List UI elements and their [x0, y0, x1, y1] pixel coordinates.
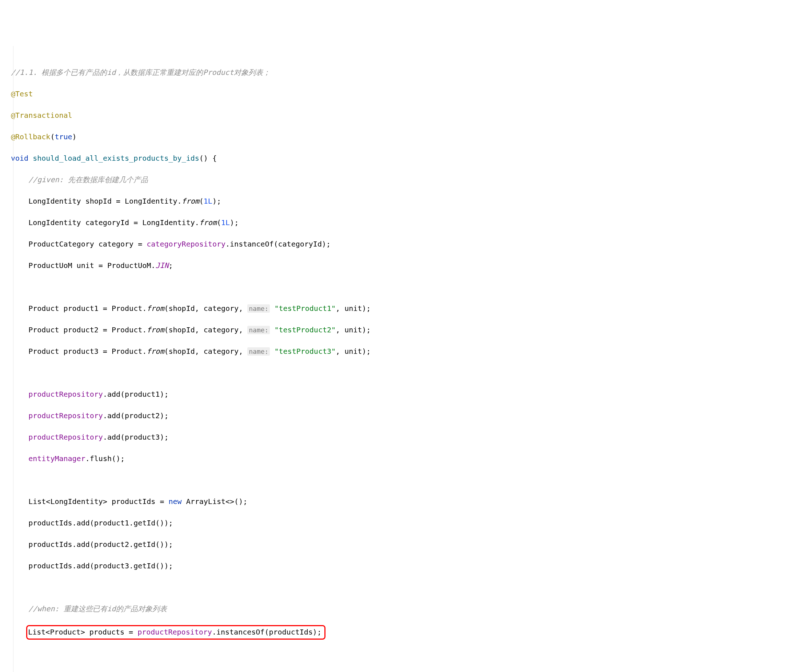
- annotation-test: @Test: [11, 89, 33, 98]
- code-text: , unit);: [336, 326, 371, 334]
- field-productRepository: productRepository: [137, 628, 212, 636]
- code-text: .add(product3);: [103, 433, 169, 441]
- code-line[interactable]: Product product1 = Product.from(shopId, …: [11, 303, 787, 314]
- code-text: List<LongIdentity> productIds =: [28, 497, 168, 506]
- code-line[interactable]: productIds.add(product3.getId());: [11, 561, 787, 572]
- code-text: LongIdentity categoryId = LongIdentity.: [28, 218, 199, 227]
- code-line[interactable]: LongIdentity categoryId = LongIdentity.f…: [11, 217, 787, 228]
- code-line[interactable]: //1.1. 根据多个已有产品的id，从数据库正常重建对应的Product对象列…: [11, 67, 787, 78]
- code-text: ProductCategory category =: [28, 240, 147, 248]
- code-line[interactable]: List<LongIdentity> productIds = new Arra…: [11, 496, 787, 507]
- field-entityManager: entityManager: [28, 454, 85, 463]
- paren: (: [217, 218, 221, 227]
- fold-gutter-line: [13, 46, 13, 672]
- code-line[interactable]: ProductUoM unit = ProductUoM.JIN;: [11, 260, 787, 271]
- static-method-from: from: [147, 326, 164, 334]
- comment-when: //when: 重建这些已有id的产品对象列表: [28, 604, 167, 613]
- code-text: Product product2 = Product.: [28, 326, 147, 334]
- method-name: should_load_all_exists_products_by_ids: [33, 154, 199, 163]
- paren: (: [50, 132, 55, 141]
- comment-text: //1.1. 根据多个已有产品的id，从数据库正常重建对应的Product对象列…: [11, 68, 270, 77]
- code-line[interactable]: //when: 重建这些已有id的产品对象列表: [11, 604, 787, 615]
- code-text: productIds.add(product2.getId());: [28, 540, 173, 549]
- code-line[interactable]: List<Product> products = productReposito…: [11, 625, 787, 640]
- code-line[interactable]: productRepository.add(product3);: [11, 432, 787, 443]
- static-method-from: from: [199, 218, 217, 227]
- param-hint-name: name:: [247, 347, 270, 356]
- paren: ): [73, 132, 77, 141]
- field-productRepository: productRepository: [28, 411, 103, 420]
- blank-line[interactable]: [11, 282, 787, 293]
- paren: (: [199, 197, 204, 206]
- blank-line[interactable]: [11, 368, 787, 378]
- param-hint-name: name:: [247, 326, 270, 334]
- code-line[interactable]: void should_load_all_exists_products_by_…: [11, 153, 787, 164]
- highlighted-code-box: List<Product> products = productReposito…: [26, 625, 326, 640]
- code-text: productIds.add(product1.getId());: [28, 519, 173, 527]
- code-line[interactable]: ProductCategory category = categoryRepos…: [11, 239, 787, 250]
- static-method-from: from: [147, 347, 164, 356]
- code-text: .add(product2);: [103, 411, 169, 420]
- number-literal: 1L: [221, 218, 230, 227]
- code-text: .flush();: [85, 454, 125, 463]
- code-line[interactable]: Product product3 = Product.from(shopId, …: [11, 346, 787, 357]
- code-line[interactable]: @Rollback(true): [11, 132, 787, 142]
- code-line[interactable]: entityManager.flush();: [11, 454, 787, 464]
- code-text: );: [212, 197, 221, 206]
- code-editor[interactable]: //1.1. 根据多个已有产品的id，从数据库正常重建对应的Product对象列…: [0, 46, 787, 672]
- string-literal: "testProduct2": [274, 326, 336, 334]
- keyword-true: true: [55, 132, 72, 141]
- number-literal: 1L: [204, 197, 212, 206]
- code-text: (shopId, category,: [164, 304, 247, 313]
- string-literal: "testProduct1": [274, 304, 336, 313]
- code-text: ArrayList<>();: [182, 497, 248, 506]
- keyword-void: void: [11, 154, 28, 163]
- code-text: Product product3 = Product.: [28, 347, 147, 356]
- code-line[interactable]: productIds.add(product2.getId());: [11, 539, 787, 550]
- code-line[interactable]: @Test: [11, 89, 787, 100]
- code-text: Product product1 = Product.: [28, 304, 147, 313]
- code-line[interactable]: //given: 先在数据库创建几个产品: [11, 174, 787, 185]
- code-text: .add(product1);: [103, 390, 169, 398]
- code-text: List<Product> products =: [28, 628, 137, 636]
- code-text: LongIdentity shopId = LongIdentity.: [28, 197, 182, 206]
- code-text: , unit);: [336, 304, 371, 313]
- method-sig: () {: [199, 154, 217, 163]
- space: [270, 347, 274, 356]
- code-text: ProductUoM unit = ProductUoM.: [28, 261, 155, 270]
- semicolon: ;: [169, 261, 173, 270]
- code-text: , unit);: [336, 347, 371, 356]
- code-text: );: [230, 218, 239, 227]
- code-line[interactable]: Product product2 = Product.from(shopId, …: [11, 325, 787, 336]
- code-line[interactable]: @Transactional: [11, 110, 787, 121]
- code-line[interactable]: productRepository.add(product2);: [11, 411, 787, 421]
- code-text: (shopId, category,: [164, 326, 247, 334]
- param-hint-name: name:: [247, 304, 270, 313]
- code-line[interactable]: LongIdentity shopId = LongIdentity.from(…: [11, 196, 787, 207]
- field-productRepository: productRepository: [28, 390, 103, 398]
- space: [270, 326, 274, 334]
- blank-line[interactable]: [11, 582, 787, 593]
- string-literal: "testProduct3": [274, 347, 336, 356]
- blank-line[interactable]: [11, 650, 787, 661]
- keyword-new: new: [168, 497, 182, 506]
- space: [270, 304, 274, 313]
- comment-given: //given: 先在数据库创建几个产品: [28, 175, 148, 184]
- blank-line[interactable]: [11, 475, 787, 486]
- annotation-transactional: @Transactional: [11, 111, 73, 120]
- code-line[interactable]: productIds.add(product1.getId());: [11, 518, 787, 529]
- code-text: productIds.add(product3.getId());: [28, 561, 173, 570]
- static-method-from: from: [182, 197, 199, 206]
- static-method-from: from: [147, 304, 164, 313]
- field-productRepository: productRepository: [28, 433, 103, 441]
- code-line[interactable]: productRepository.add(product1);: [11, 389, 787, 400]
- code-text: .instancesOf(productIds);: [212, 628, 321, 636]
- code-text: .instanceOf(categoryId);: [226, 240, 330, 248]
- field-categoryRepository: categoryRepository: [147, 240, 226, 248]
- static-field-jin: JIN: [155, 261, 168, 270]
- code-text: (shopId, category,: [164, 347, 247, 356]
- annotation-rollback: @Rollback: [11, 132, 50, 141]
